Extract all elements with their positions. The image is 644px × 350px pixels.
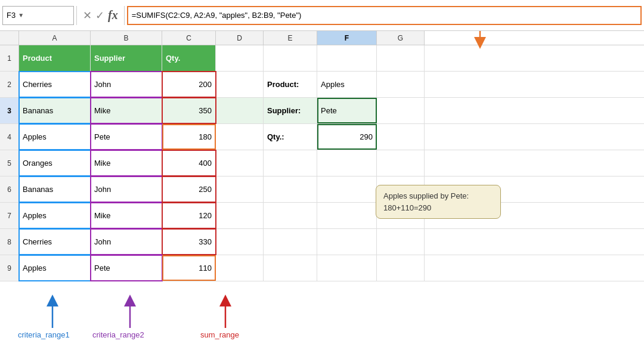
col-header-c[interactable]: C [162, 31, 216, 45]
criteria-range2-label: criteria_range2 [92, 330, 144, 339]
cell-a2[interactable]: Cherries [19, 72, 91, 97]
table-row: 4 Apples Pete 180 Qty.: 290 [0, 124, 644, 150]
cell-e7[interactable] [264, 203, 317, 228]
cell-f4[interactable]: 290 [317, 124, 377, 150]
fx-icon[interactable]: fx [108, 8, 118, 22]
formula-bar: F3 ▼ ✕ ✓ fx [0, 0, 644, 31]
col-header-e[interactable]: E [264, 31, 317, 45]
table-row: 6 Bananas John 250 [0, 176, 644, 203]
row-num-1: 1 [0, 45, 19, 71]
cell-b2[interactable]: John [91, 72, 162, 97]
name-box-dropdown-icon[interactable]: ▼ [18, 12, 24, 18]
cell-b1[interactable]: Supplier [91, 45, 162, 71]
cell-a1[interactable]: Product [19, 45, 91, 71]
col-header-f[interactable]: F [317, 31, 377, 45]
row-num-8: 8 [0, 229, 19, 255]
cell-d9[interactable] [216, 255, 264, 281]
cell-c3[interactable]: 350 [162, 98, 216, 123]
cell-g5[interactable] [377, 150, 425, 176]
cell-e8[interactable] [264, 229, 317, 255]
cell-a9[interactable]: Apples [19, 255, 91, 281]
cell-e2[interactable]: Product: [264, 72, 317, 97]
cell-e5[interactable] [264, 150, 317, 176]
cell-g2[interactable] [377, 72, 425, 97]
cell-e4[interactable]: Qty.: [264, 124, 317, 150]
table-row: 2 Cherries John 200 Product: Apples [0, 72, 644, 98]
formula-input[interactable] [127, 6, 642, 25]
cell-e6[interactable] [264, 176, 317, 202]
col-header-g[interactable]: G [377, 31, 425, 45]
row-num-4: 4 [0, 124, 19, 150]
cell-b4[interactable]: Pete [91, 124, 162, 150]
info-box: Apples supplied by Pete: 180+110=290 [376, 185, 501, 219]
cell-d7[interactable] [216, 203, 264, 228]
cell-d6[interactable] [216, 176, 264, 202]
row-num-7: 7 [0, 203, 19, 228]
table-row: 7 Apples Mike 120 [0, 203, 644, 229]
cell-a5[interactable]: Oranges [19, 150, 91, 176]
cell-d4[interactable] [216, 124, 264, 150]
cell-f7[interactable] [317, 203, 377, 228]
table-row: 8 Cherries John 330 [0, 229, 644, 255]
row-num-2: 2 [0, 72, 19, 97]
cell-b7[interactable]: Mike [91, 203, 162, 228]
cell-f3[interactable]: Pete [317, 98, 377, 123]
cell-a7[interactable]: Apples [19, 203, 91, 228]
cell-f1[interactable] [317, 45, 377, 71]
cell-c5[interactable]: 400 [162, 150, 216, 176]
confirm-icon[interactable]: ✓ [95, 9, 104, 22]
row-num-3: 3 [0, 98, 19, 123]
col-header-b[interactable]: B [91, 31, 162, 45]
table-row: 9 Apples Pete 110 [0, 255, 644, 281]
name-box[interactable]: F3 ▼ [2, 6, 74, 25]
cell-b9[interactable]: Pete [91, 255, 162, 281]
cell-b8[interactable]: John [91, 229, 162, 255]
col-header-d[interactable]: D [216, 31, 264, 45]
criteria-range1-label: criteria_range1 [18, 330, 70, 339]
formula-icons: ✕ ✓ fx [79, 8, 122, 22]
cell-f8[interactable] [317, 229, 377, 255]
cell-c4[interactable]: 180 [162, 124, 216, 150]
cell-f2[interactable]: Apples [317, 72, 377, 97]
cell-f5[interactable] [317, 150, 377, 176]
cancel-icon[interactable]: ✕ [83, 9, 92, 22]
cell-d5[interactable] [216, 150, 264, 176]
table-row: 3 Bananas Mike 350 Supplier: Pete [0, 98, 644, 124]
cell-f6[interactable] [317, 176, 377, 202]
cell-g4[interactable] [377, 124, 425, 150]
info-box-line2: 180+110=290 [383, 202, 493, 214]
cell-c9[interactable]: 110 [162, 255, 216, 281]
info-box-line1: Apples supplied by Pete: [383, 190, 493, 202]
spreadsheet: A B C D E F G 1 Product Supplier Qty. [0, 31, 644, 350]
name-box-value: F3 [7, 11, 16, 20]
row-num-5: 5 [0, 150, 19, 176]
cell-g9[interactable] [377, 255, 425, 281]
cell-f9[interactable] [317, 255, 377, 281]
cell-b5[interactable]: Mike [91, 150, 162, 176]
cell-a8[interactable]: Cherries [19, 229, 91, 255]
cell-a3[interactable]: Bananas [19, 98, 91, 123]
cell-g8[interactable] [377, 229, 425, 255]
cell-d2[interactable] [216, 72, 264, 97]
cell-d1[interactable] [216, 45, 264, 71]
cell-e9[interactable] [264, 255, 317, 281]
cell-c1[interactable]: Qty. [162, 45, 216, 71]
cell-c8[interactable]: 330 [162, 229, 216, 255]
cell-c6[interactable]: 250 [162, 176, 216, 202]
cell-b6[interactable]: John [91, 176, 162, 202]
cell-g1[interactable] [377, 45, 425, 71]
row-num-9: 9 [0, 255, 19, 281]
cell-e3[interactable]: Supplier: [264, 98, 317, 123]
cell-d3[interactable] [216, 98, 264, 123]
cell-a4[interactable]: Apples [19, 124, 91, 150]
cell-g3[interactable] [377, 98, 425, 123]
corner-cell [0, 31, 19, 45]
cell-c2[interactable]: 200 [162, 72, 216, 97]
cell-c7[interactable]: 120 [162, 203, 216, 228]
cell-e1[interactable] [264, 45, 317, 71]
cell-a6[interactable]: Bananas [19, 176, 91, 202]
cell-d8[interactable] [216, 229, 264, 255]
separator-1 [76, 6, 77, 25]
col-header-a[interactable]: A [19, 31, 91, 45]
cell-b3[interactable]: Mike [91, 98, 162, 123]
